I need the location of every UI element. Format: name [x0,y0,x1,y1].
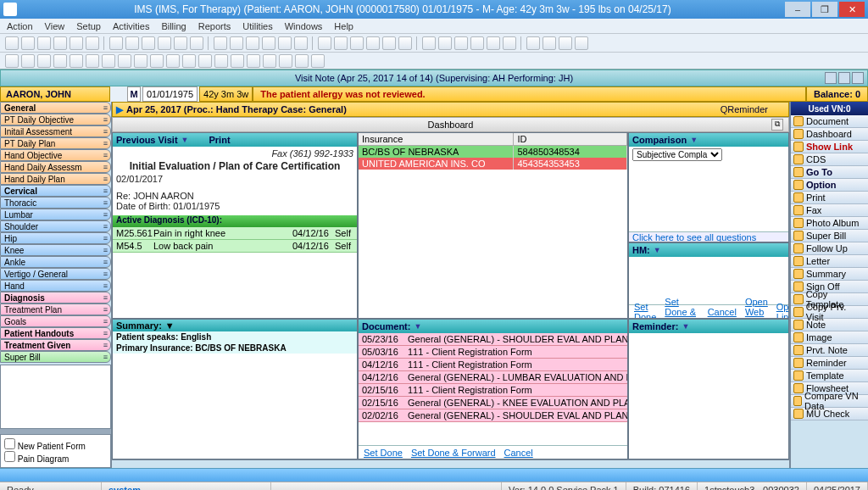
toolbar-button[interactable] [21,36,35,50]
expand-icon[interactable]: ≡ [103,341,108,349]
menu-help[interactable]: Help [334,21,353,31]
toolbar-button[interactable] [263,54,276,68]
toolbar-button[interactable] [279,54,292,68]
toolbar-button[interactable] [382,36,396,50]
toolbar-button[interactable] [134,54,147,68]
sidebar-item[interactable]: General≡ [0,102,111,114]
toolbar-button[interactable] [125,36,139,50]
rightnav-item[interactable]: Photo Album [791,217,868,230]
rightnav-item[interactable]: Compare VN Data [791,395,868,408]
toolbar-button[interactable] [142,36,155,50]
diagnosis-row[interactable]: M54.5Low back pain04/12/16Self [113,240,357,253]
expand-icon[interactable]: ≡ [103,258,108,266]
toolbar-button[interactable] [198,54,212,68]
toolbar-button[interactable] [53,54,67,68]
toolbar-button[interactable] [37,54,51,68]
toolbar-button[interactable] [542,36,556,50]
toolbar-button[interactable] [109,36,123,50]
footer-option[interactable]: Pain Diagram [4,451,107,464]
expand-icon[interactable]: ≡ [103,281,108,290]
expand-icon[interactable]: ≡ [103,187,108,195]
toolbar-button[interactable] [526,36,540,50]
toolbar-button[interactable] [86,36,99,50]
expand-icon[interactable]: ≡ [103,234,108,242]
document-row[interactable]: 05/23/16General (GENERAL) - SHOULDER EVA… [359,333,627,346]
link[interactable]: Cancel [708,307,737,317]
rightnav-item[interactable]: Follow Up [791,242,868,255]
menu-activities[interactable]: Activities [113,21,149,31]
toolbar-button[interactable] [278,36,292,50]
document-row[interactable]: 02/15/16111 - Client Registration Form [359,384,627,397]
toolbar-button[interactable] [295,54,309,68]
link[interactable]: Open Web Link [745,297,768,320]
sidebar-item[interactable]: PT Daily Plan≡ [0,137,111,149]
toolbar-button[interactable] [118,54,131,68]
expand-icon[interactable]: ≡ [103,163,108,171]
toolbar-button[interactable] [166,54,180,68]
sidebar-item[interactable]: Shoulder≡ [0,220,111,232]
toolbar-button[interactable] [5,54,19,68]
toolbar-button[interactable] [247,54,260,68]
toolbar-button[interactable] [86,54,99,68]
sidebar-item[interactable]: Hip≡ [0,232,111,244]
footer-option[interactable]: New Patient Form [4,438,107,451]
rightnav-item[interactable]: Template [791,370,868,382]
document-row[interactable]: 04/12/16111 - Client Registration Form [359,359,627,371]
rightnav-item[interactable]: Dashboard [791,128,868,141]
toolbar-button[interactable] [487,36,500,50]
toolbar-button[interactable] [230,36,243,50]
expand-icon[interactable]: ≡ [103,305,108,314]
expand-icon[interactable]: ▶ [116,104,123,115]
toolbar-button[interactable] [311,54,325,68]
menu-setup[interactable]: Setup [76,21,101,31]
document-row[interactable]: 02/02/16General (GENERAL) - SHOULDER EVA… [359,409,627,422]
toolbar-button[interactable] [575,36,588,50]
link[interactable]: Set Done & Forward [665,297,698,320]
toolbar-button[interactable] [174,36,187,50]
expand-icon[interactable]: ≡ [103,270,108,278]
expand-icon[interactable]: ≡ [103,198,108,207]
toolbar-button[interactable] [21,54,35,68]
sidebar-item[interactable]: Hand Daily Plan≡ [0,173,111,185]
toolbar-button[interactable] [470,36,484,50]
menu-billing[interactable]: Billing [161,21,186,31]
checkbox[interactable] [4,438,15,449]
chevron-down-icon[interactable]: ▼ [181,136,189,144]
toolbar-button[interactable] [262,36,275,50]
sidebar-item[interactable]: Lumbar≡ [0,209,111,220]
menu-view[interactable]: View [45,21,65,31]
expand-icon[interactable]: ≡ [103,353,108,361]
rightnav-item[interactable]: Show Link [791,141,868,153]
sidebar-item[interactable]: Hand Daily Assessm≡ [0,161,111,173]
document-row[interactable]: 05/03/16111 - Client Registration Form [359,346,627,359]
rightnav-item[interactable]: Print [791,192,868,204]
document-row[interactable]: 04/12/16General (GENERAL) - LUMBAR EVALU… [359,371,627,384]
link[interactable]: Set Done [634,302,656,320]
toolbar-button[interactable] [231,54,244,68]
visit-icon[interactable] [825,72,837,84]
toolbar-button[interactable] [334,36,348,50]
document-row[interactable]: 02/15/16General (GENERAL) - KNEE EVALUAT… [359,397,627,409]
close-button[interactable]: ✕ [839,2,865,17]
sidebar-item[interactable]: Hand≡ [0,280,111,292]
sidebar-item[interactable]: Treatment Plan≡ [0,303,111,315]
rightnav-item[interactable]: Image [791,331,868,344]
sidebar-item[interactable]: Patient Handouts≡ [0,327,111,339]
expand-icon[interactable]: ≡ [103,222,108,231]
expand-icon[interactable]: ≡ [103,127,108,136]
toolbar-button[interactable] [422,36,436,50]
expand-icon[interactable]: ≡ [103,151,108,159]
toolbar-button[interactable] [70,54,83,68]
menu-utilities[interactable]: Utilities [242,21,272,31]
expand-icon[interactable]: ≡ [103,293,108,302]
menu-windows[interactable]: Windows [285,21,323,31]
expand-icon[interactable]: ≡ [103,103,108,112]
expand-icon[interactable]: ≡ [103,115,108,124]
toolbar-button[interactable] [37,36,51,50]
toolbar-button[interactable] [158,36,171,50]
rightnav-item[interactable]: Copy Prv. Visit [791,306,868,319]
toolbar-button[interactable] [398,36,412,50]
expand-icon[interactable]: ≡ [103,175,108,183]
visit-close-icon[interactable] [852,72,864,84]
sidebar-item[interactable]: Vertigo / General≡ [0,268,111,280]
